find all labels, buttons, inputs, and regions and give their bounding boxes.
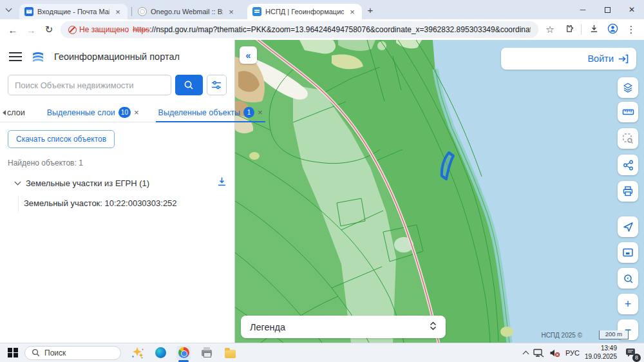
network-icon[interactable]: [533, 348, 544, 357]
measure-button[interactable]: [618, 102, 638, 122]
search-icon: [32, 348, 40, 357]
print-button[interactable]: [618, 181, 638, 202]
minimap-icon: [622, 247, 634, 258]
edge-button[interactable]: [153, 346, 167, 360]
folder-icon: [225, 350, 236, 358]
downloads-icon[interactable]: [587, 24, 600, 35]
chevron-down-icon: [15, 179, 21, 186]
browser-tab-mail[interactable]: Входящие - Почта Mail ×: [19, 4, 128, 19]
close-tab-icon[interactable]: ×: [348, 7, 357, 17]
webmail-favicon: [138, 7, 147, 16]
reload-button[interactable]: ↻: [40, 21, 58, 39]
tab-title: Входящие - Почта Mail: [37, 8, 109, 15]
printer-icon: [202, 350, 212, 356]
sidebar-collapse-button[interactable]: «: [240, 46, 257, 64]
bookmark-star-icon[interactable]: ☆: [544, 24, 556, 35]
legend-bar[interactable]: Легенда: [241, 316, 446, 338]
search-location-icon: [623, 273, 634, 284]
address-bar[interactable]: Не защищено https://nspd.gov.ru/map?them…: [61, 21, 538, 38]
edge-icon: [155, 347, 166, 358]
browser-titlebar: Входящие - Почта Mail × Onego.ru Webmail…: [0, 0, 644, 19]
sidebar-header: Геоинформационный портал: [0, 40, 234, 68]
map-viewport[interactable]: « Войти: [235, 40, 644, 343]
ruler-icon: [622, 106, 634, 118]
zoom-in-button[interactable]: +: [618, 294, 638, 314]
restore-icon: [605, 7, 611, 13]
filter-button[interactable]: [207, 75, 227, 95]
download-object-list-button[interactable]: Скачать список объектов: [8, 130, 115, 148]
language-indicator[interactable]: РУС: [565, 349, 580, 357]
portal-sidebar: Геоинформационный портал слои Выделенные…: [0, 40, 235, 343]
tab-selected-objects[interactable]: Выделенные объекты 1 ×: [153, 103, 268, 122]
close-tab-icon[interactable]: ×: [134, 108, 139, 117]
new-tab-button[interactable]: +: [362, 0, 379, 19]
parcel-list-item[interactable]: Земельный участок: 10:22:0030303:252: [18, 196, 227, 212]
start-button[interactable]: [8, 348, 18, 358]
tray-expand-icon[interactable]: [522, 350, 529, 357]
printer-app-button[interactable]: [200, 346, 214, 360]
not-secure-icon: [68, 26, 77, 34]
nspd-favicon: [252, 7, 261, 16]
navigation-arrow-icon: [623, 222, 634, 233]
browser-menu-icon[interactable]: ⋮: [625, 24, 638, 35]
close-tab-icon[interactable]: ×: [227, 7, 236, 17]
egrn-group-row[interactable]: Земельные участки из ЕГРН (1): [15, 176, 227, 189]
close-tab-icon[interactable]: ×: [258, 108, 263, 117]
print-icon: [622, 186, 634, 197]
tray-time: 13:49: [601, 345, 617, 352]
toolbar-icons: ☆ ⋮: [544, 23, 638, 36]
url-rest: ://nspd.gov.ru/map?thematic=PKK&zoom=13.…: [149, 25, 531, 34]
legend-expand-icon[interactable]: [430, 321, 437, 333]
clock[interactable]: 13:49 19.09.2025: [585, 345, 617, 361]
chrome-button[interactable]: [176, 346, 191, 360]
volume-muted-icon[interactable]: [549, 348, 560, 357]
minimize-button[interactable]: ─: [571, 0, 595, 19]
tab-search-button[interactable]: [0, 0, 17, 19]
select-area-button[interactable]: [618, 128, 638, 149]
browser-tab-webmail[interactable]: Onego.ru Webmail :: Входящие ×: [133, 4, 241, 19]
https-struck: https: [133, 25, 149, 34]
menu-icon[interactable]: [9, 52, 22, 61]
tab-selected-layers[interactable]: Выделенные слои 10 ×: [42, 103, 144, 122]
browser-tab-nspd[interactable]: НСПД | Геоинформационный ×: [247, 4, 362, 19]
layers-button[interactable]: [618, 77, 638, 98]
forward-button[interactable]: →: [22, 21, 40, 39]
login-button[interactable]: Войти: [501, 48, 636, 70]
search-area-button[interactable]: [618, 268, 638, 289]
back-button[interactable]: ←: [4, 21, 22, 39]
tray-date: 19.09.2025: [585, 353, 617, 360]
taskbar-search[interactable]: Поиск: [24, 346, 121, 360]
tab-layers[interactable]: слои: [6, 103, 30, 122]
search-input[interactable]: [8, 75, 171, 95]
system-tray: РУС 13:49 19.09.2025 8: [524, 345, 644, 361]
window-controls: ─ ✕: [571, 0, 644, 19]
select-area-icon: [622, 133, 634, 144]
legend-label: Легенда: [250, 322, 285, 332]
locate-button[interactable]: [618, 216, 638, 237]
minimap-button[interactable]: [618, 242, 638, 263]
search-button[interactable]: [175, 75, 203, 95]
map-canvas[interactable]: [235, 40, 644, 343]
file-explorer-button[interactable]: [223, 346, 237, 360]
close-window-button[interactable]: ✕: [620, 0, 644, 19]
notifications-button[interactable]: 8: [623, 346, 638, 360]
close-tab-icon[interactable]: ×: [113, 7, 122, 17]
share-button[interactable]: [618, 155, 638, 175]
group-download-button[interactable]: [217, 176, 227, 189]
security-badge[interactable]: Не защищено: [68, 25, 129, 34]
screen: Входящие - Почта Mail × Onego.ru Webmail…: [0, 0, 644, 362]
extensions-icon[interactable]: [562, 24, 575, 35]
copilot-sparkle-icon: [130, 347, 144, 359]
taskbar: Поиск РУС 13:49 19.09.2025: [0, 343, 644, 362]
chevron-down-icon: [5, 6, 12, 12]
copilot-button[interactable]: [130, 346, 144, 360]
url-text: https://nspd.gov.ru/map?thematic=PKK&zoo…: [133, 25, 531, 34]
plus-icon: +: [625, 298, 632, 311]
tab-title: Onego.ru Webmail :: Входящие: [151, 8, 223, 15]
divider: [581, 24, 582, 35]
share-icon: [623, 160, 634, 171]
layers-icon: [622, 82, 634, 93]
restore-button[interactable]: [595, 0, 620, 19]
egrn-group-title: Земельные участки из ЕГРН (1): [26, 178, 149, 188]
profile-icon[interactable]: [606, 23, 619, 36]
